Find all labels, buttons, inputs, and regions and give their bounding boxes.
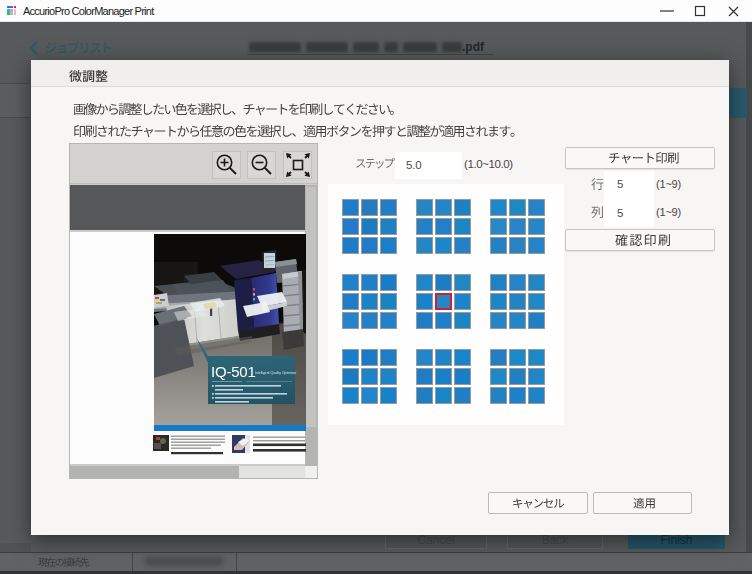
svg-text:IQ-501: IQ-501 — [211, 363, 256, 380]
svg-text:Intelligent Quality Optimizer: Intelligent Quality Optimizer — [255, 371, 297, 375]
